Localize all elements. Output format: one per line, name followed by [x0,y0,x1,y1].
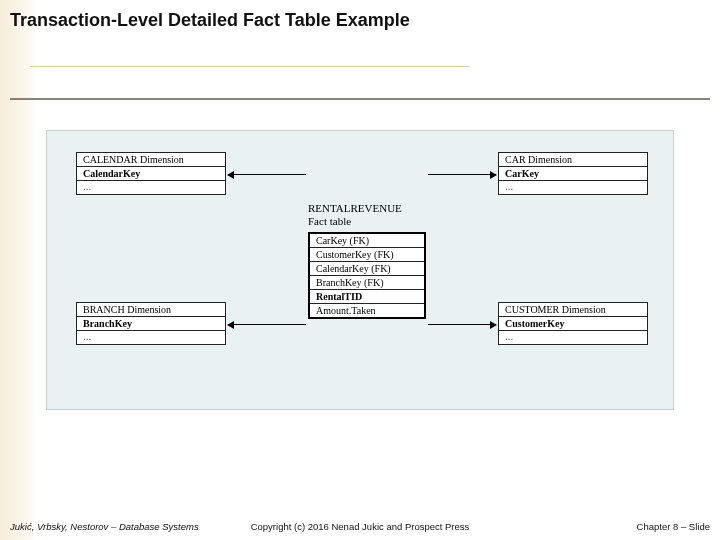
title-rules [10,50,710,105]
footer-copyright: Copyright (c) 2016 Nenad Jukic and Prosp… [10,521,710,532]
car-title: CAR Dimension [499,153,647,167]
customer-key: CustomerKey [499,317,647,331]
arrow-to-branch [228,324,306,325]
diagram-area: CALENDAR Dimension CalendarKey ... CAR D… [46,130,674,410]
car-key: CarKey [499,167,647,181]
car-dimension: CAR Dimension CarKey ... [498,152,648,195]
calendar-more: ... [77,181,225,194]
rule-main [10,98,710,100]
fact-row-calendarkey: CalendarKey (FK) [310,262,424,276]
car-more: ... [499,181,647,194]
arrow-to-customer [428,324,496,325]
fact-row-carkey: CarKey (FK) [310,234,424,248]
footer-chapter: Chapter 8 – Slide [637,521,710,532]
fact-row-branchkey: BranchKey (FK) [310,276,424,290]
customer-title: CUSTOMER Dimension [499,303,647,317]
branch-dimension: BRANCH Dimension BranchKey ... [76,302,226,345]
calendar-key: CalendarKey [77,167,225,181]
customer-more: ... [499,331,647,344]
slide-title: Transaction-Level Detailed Fact Table Ex… [10,10,710,31]
branch-title: BRANCH Dimension [77,303,225,317]
arrow-to-calendar [228,174,306,175]
fact-label-line1: RENTALREVENUE [308,202,402,215]
rule-accent [30,66,470,67]
branch-more: ... [77,331,225,344]
fact-row-customerkey: CustomerKey (FK) [310,248,424,262]
calendar-dimension: CALENDAR Dimension CalendarKey ... [76,152,226,195]
customer-dimension: CUSTOMER Dimension CustomerKey ... [498,302,648,345]
arrow-to-car [428,174,496,175]
fact-label: RENTALREVENUE Fact table [308,202,402,228]
calendar-title: CALENDAR Dimension [77,153,225,167]
fact-row-amount: Amount.Taken [310,304,424,317]
fact-row-rentaltid: RentalTID [310,290,424,304]
branch-key: BranchKey [77,317,225,331]
fact-table: CarKey (FK) CustomerKey (FK) CalendarKey… [308,232,426,319]
fact-label-line2: Fact table [308,215,402,228]
